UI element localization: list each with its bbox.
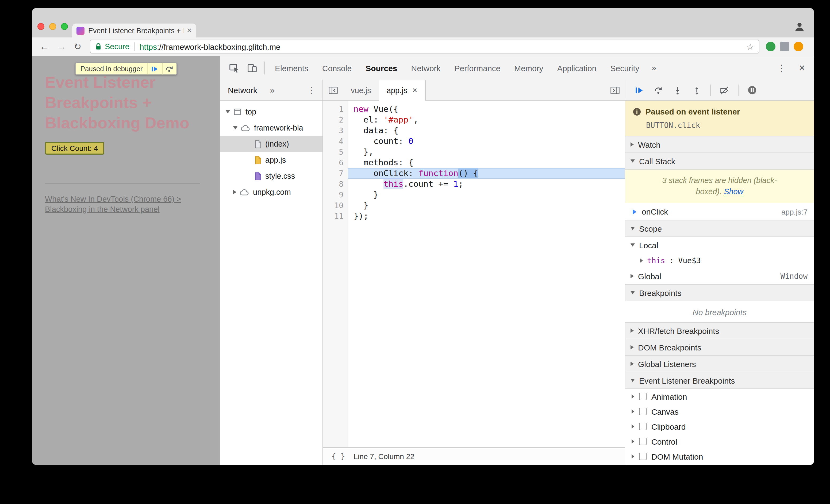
- navigator-more-tabs-icon[interactable]: »: [270, 85, 275, 95]
- gutter-line-number[interactable]: 7: [323, 168, 348, 179]
- section-scope[interactable]: Scope: [625, 220, 814, 237]
- scope-this-row[interactable]: this: Vue$3: [625, 253, 814, 267]
- section-event-listener-breakpoints[interactable]: Event Listener Breakpoints: [625, 372, 814, 389]
- code-line[interactable]: data: {: [348, 125, 625, 136]
- section-watch[interactable]: Watch: [625, 136, 814, 153]
- gutter-line-number[interactable]: 3: [323, 125, 348, 136]
- extension-icon-gray[interactable]: [780, 42, 789, 51]
- gutter-line-number[interactable]: 10: [323, 200, 348, 211]
- listener-category-animation[interactable]: Animation: [625, 389, 814, 404]
- collapse-arrow-icon[interactable]: [632, 394, 634, 399]
- show-blackboxed-link[interactable]: Show: [724, 187, 743, 196]
- editor-tab-vuejs[interactable]: vue.js: [343, 80, 379, 100]
- browser-tab[interactable]: Event Listener Breakpoints + B ✕: [72, 24, 196, 37]
- tab-network[interactable]: Network: [404, 56, 448, 80]
- page-link-line[interactable]: Blackboxing in the Network panel: [45, 204, 181, 215]
- section-call-stack[interactable]: Call Stack: [625, 153, 814, 169]
- scope-local-row[interactable]: Local: [625, 237, 814, 253]
- window-close-button[interactable]: [37, 23, 44, 30]
- reload-button[interactable]: ↻: [74, 37, 82, 56]
- tree-item-top[interactable]: top: [220, 104, 322, 120]
- gutter-line-number[interactable]: 9: [323, 189, 348, 200]
- tab-application[interactable]: Application: [550, 56, 604, 80]
- back-button[interactable]: ←: [39, 37, 49, 56]
- code-line[interactable]: new Vue({: [348, 104, 625, 115]
- window-minimize-button[interactable]: [49, 23, 56, 30]
- code-line[interactable]: el: '#app',: [348, 115, 625, 125]
- code-line[interactable]: }: [348, 189, 625, 200]
- tab-security[interactable]: Security: [603, 56, 646, 80]
- code-line[interactable]: this.count += 1;: [348, 179, 625, 189]
- expand-arrow-icon[interactable]: [631, 244, 635, 247]
- collapse-arrow-icon[interactable]: [632, 424, 634, 429]
- gutter-line-number[interactable]: 2: [323, 115, 348, 125]
- code-line[interactable]: count: 0: [348, 136, 625, 147]
- collapse-arrow-icon[interactable]: [631, 142, 634, 147]
- code-line[interactable]: },: [348, 147, 625, 157]
- tab-performance[interactable]: Performance: [448, 56, 508, 80]
- checkbox[interactable]: [639, 438, 646, 445]
- tree-item-unpkg[interactable]: unpkg.com: [220, 184, 322, 200]
- collapse-arrow-icon[interactable]: [631, 328, 634, 333]
- code-line[interactable]: methods: {: [348, 157, 625, 168]
- gutter-line-number[interactable]: 5: [323, 147, 348, 157]
- expand-arrow-icon[interactable]: [631, 159, 635, 163]
- checkbox[interactable]: [639, 408, 646, 415]
- navigator-tab-network[interactable]: Network: [228, 86, 257, 95]
- profile-avatar-icon[interactable]: [794, 21, 805, 33]
- step-over-icon[interactable]: [651, 83, 665, 97]
- devtools-close-icon[interactable]: ✕: [799, 63, 805, 73]
- device-toolbar-icon[interactable]: [243, 60, 261, 76]
- tab-memory[interactable]: Memory: [507, 56, 550, 80]
- listener-category-dom-mutation[interactable]: DOM Mutation: [625, 449, 814, 464]
- tab-close-icon[interactable]: ✕: [187, 27, 192, 34]
- section-breakpoints[interactable]: Breakpoints: [625, 284, 814, 301]
- tab-sources[interactable]: Sources: [359, 56, 404, 80]
- step-out-icon[interactable]: [689, 83, 704, 97]
- navigator-menu-icon[interactable]: ⋮: [308, 85, 316, 95]
- listener-category-canvas[interactable]: Canvas: [625, 404, 814, 419]
- close-tab-icon[interactable]: ✕: [412, 86, 417, 94]
- step-into-icon[interactable]: [670, 83, 684, 97]
- expand-arrow-icon[interactable]: [631, 379, 635, 382]
- collapse-arrow-icon[interactable]: [631, 345, 634, 349]
- collapse-arrow-icon[interactable]: [233, 190, 236, 194]
- code-line[interactable]: }: [348, 200, 625, 211]
- tree-item-index[interactable]: (index): [220, 136, 322, 152]
- window-zoom-button[interactable]: [61, 23, 68, 30]
- extension-icon-green[interactable]: [766, 42, 775, 51]
- toggle-navigator-icon[interactable]: [323, 80, 343, 100]
- checkbox[interactable]: [639, 393, 646, 400]
- collapse-arrow-icon[interactable]: [640, 258, 643, 262]
- page-link[interactable]: What's New In DevTools (Chrome 66) > Bla…: [45, 194, 181, 215]
- devtools-menu-icon[interactable]: ⋮: [777, 62, 786, 73]
- tab-console[interactable]: Console: [315, 56, 359, 80]
- resume-script-icon[interactable]: [632, 83, 646, 97]
- gutter-line-number[interactable]: 6: [323, 157, 348, 168]
- address-bar[interactable]: Secure https://framework-blackboxing.gli…: [90, 40, 759, 54]
- click-count-button[interactable]: Click Count: 4: [45, 142, 104, 155]
- collapse-arrow-icon[interactable]: [632, 439, 634, 444]
- collapse-arrow-icon[interactable]: [632, 454, 634, 459]
- call-stack-frame[interactable]: onClick app.js:7: [625, 203, 814, 220]
- bookmark-star-icon[interactable]: ☆: [746, 41, 754, 52]
- inspect-element-icon[interactable]: [225, 60, 243, 76]
- section-xhr-breakpoints[interactable]: XHR/fetch Breakpoints: [625, 322, 814, 339]
- page-link-line[interactable]: What's New In DevTools (Chrome 66) >: [45, 194, 181, 204]
- extension-icon-orange[interactable]: [794, 42, 803, 51]
- tree-item-domain[interactable]: framework-bla: [220, 120, 322, 136]
- deactivate-breakpoints-icon[interactable]: [717, 83, 732, 97]
- expand-arrow-icon[interactable]: [631, 227, 635, 230]
- collapse-arrow-icon[interactable]: [631, 274, 634, 278]
- expand-arrow-icon[interactable]: [233, 126, 237, 129]
- code-line[interactable]: });: [348, 211, 625, 221]
- listener-category-clipboard[interactable]: Clipboard: [625, 419, 814, 434]
- collapse-arrow-icon[interactable]: [631, 362, 634, 366]
- pause-on-exceptions-icon[interactable]: [745, 83, 759, 97]
- tab-elements[interactable]: Elements: [268, 56, 315, 80]
- collapse-arrow-icon[interactable]: [632, 409, 634, 414]
- gutter-line-number[interactable]: 1: [323, 104, 348, 115]
- paused-code-line[interactable]: onClick: function() {: [348, 168, 625, 179]
- checkbox[interactable]: [639, 453, 646, 460]
- gutter-line-number[interactable]: 8: [323, 179, 348, 189]
